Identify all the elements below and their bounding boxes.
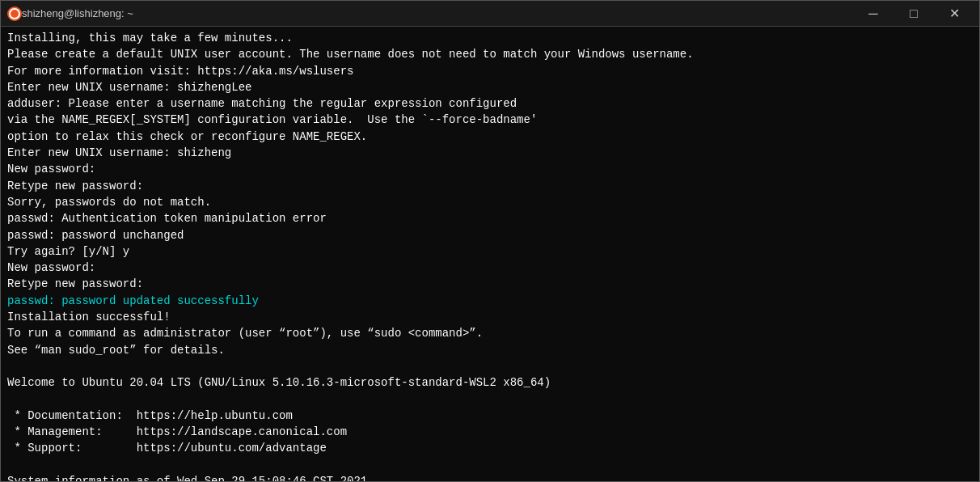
terminal-line: Installation successful! bbox=[7, 309, 973, 325]
terminal-line bbox=[7, 391, 973, 408]
terminal-line: Please create a default UNIX user accoun… bbox=[7, 46, 973, 62]
terminal-window: shizheng@lishizheng: ~ ─ □ ✕ Installing,… bbox=[0, 0, 980, 482]
terminal-line: Enter new UNIX username: shizheng bbox=[7, 145, 973, 161]
terminal-line: Retype new password: bbox=[7, 178, 973, 194]
terminal-line: For more information visit: https://aka.… bbox=[7, 63, 973, 79]
terminal-line: * Support: https://ubuntu.com/advantage bbox=[7, 440, 973, 456]
terminal-body[interactable]: Installing, this may take a few minutes.… bbox=[1, 27, 979, 481]
terminal-line bbox=[7, 358, 973, 374]
terminal-line: passwd: Authentication token manipulatio… bbox=[7, 210, 973, 226]
terminal-line: Sorry, passwords do not match. bbox=[7, 194, 973, 210]
minimize-button[interactable]: ─ bbox=[855, 1, 892, 27]
terminal-line: New password: bbox=[7, 161, 973, 177]
terminal-line: Enter new UNIX username: shizhengLee bbox=[7, 79, 973, 95]
terminal-line: New password: bbox=[7, 260, 973, 276]
terminal-line: * Management: https://landscape.canonica… bbox=[7, 424, 973, 440]
terminal-line: To run a command as administrator (user … bbox=[7, 325, 973, 341]
terminal-line: passwd: password updated successfully bbox=[7, 293, 973, 309]
terminal-line: * Documentation: https://help.ubuntu.com bbox=[7, 408, 973, 424]
terminal-line: Welcome to Ubuntu 20.04 LTS (GNU/Linux 5… bbox=[7, 374, 973, 391]
terminal-line: Try again? [y/N] y bbox=[7, 243, 973, 260]
terminal-line: via the NAME_REGEX[_SYSTEM] configuratio… bbox=[7, 112, 973, 128]
terminal-line: See “man sudo_root” for details. bbox=[7, 342, 973, 358]
maximize-button[interactable]: □ bbox=[895, 1, 932, 27]
terminal-line: System information as of Wed Sep 29 15:0… bbox=[7, 473, 973, 481]
window-title: shizheng@lishizheng: ~ bbox=[22, 7, 855, 19]
terminal-line bbox=[7, 457, 973, 473]
window-controls: ─ □ ✕ bbox=[855, 1, 973, 27]
title-bar: shizheng@lishizheng: ~ ─ □ ✕ bbox=[1, 1, 979, 27]
terminal-line: Retype new password: bbox=[7, 276, 973, 292]
terminal-line: Installing, this may take a few minutes.… bbox=[7, 30, 973, 46]
ubuntu-icon bbox=[7, 6, 22, 21]
terminal-line: option to relax this check or reconfigur… bbox=[7, 129, 973, 145]
close-button[interactable]: ✕ bbox=[936, 1, 973, 27]
terminal-line: adduser: Please enter a username matchin… bbox=[7, 95, 973, 112]
terminal-line: passwd: password unchanged bbox=[7, 227, 973, 243]
